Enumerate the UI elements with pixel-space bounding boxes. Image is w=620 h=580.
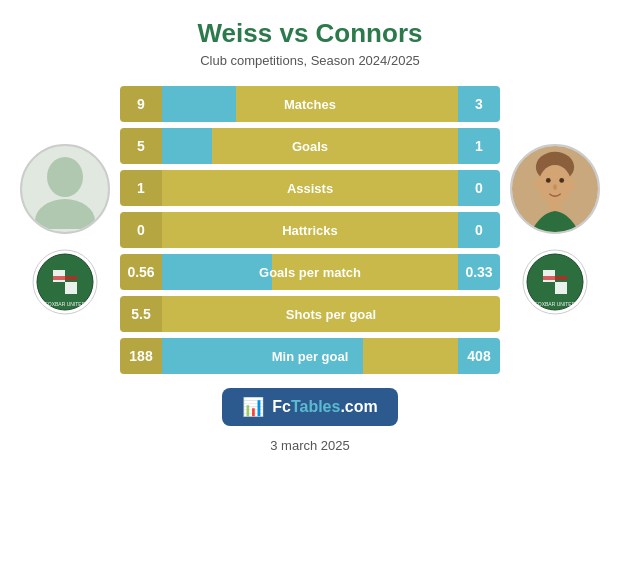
stat-bar-mpg: Min per goal bbox=[162, 338, 458, 374]
svg-rect-24 bbox=[543, 282, 555, 294]
stat-left-hattricks: 0 bbox=[120, 212, 162, 248]
stat-right-matches: 3 bbox=[458, 86, 500, 122]
svg-point-18 bbox=[567, 178, 575, 189]
team-badge-right-svg: FOXBAR UNITED bbox=[521, 248, 589, 316]
stat-label-gpm: Goals per match bbox=[259, 265, 361, 280]
stat-fill-matches bbox=[162, 86, 236, 122]
stat-right-goals: 1 bbox=[458, 128, 500, 164]
stat-bar-spg: Shots per goal bbox=[162, 296, 500, 332]
svg-rect-25 bbox=[555, 282, 567, 294]
stat-left-gpm: 0.56 bbox=[120, 254, 162, 290]
fctables-text: FcTables.com bbox=[272, 398, 378, 416]
stat-left-goals: 5 bbox=[120, 128, 162, 164]
page-subtitle: Club competitions, Season 2024/2025 bbox=[200, 53, 420, 68]
stat-bar-hattricks: Hattricks bbox=[162, 212, 458, 248]
stats-column: 9 Matches 3 5 Goals 1 1 Assist bbox=[120, 86, 500, 374]
stat-left-matches: 9 bbox=[120, 86, 162, 122]
svg-rect-27 bbox=[543, 276, 567, 280]
stat-row-goals: 5 Goals 1 bbox=[120, 128, 500, 164]
svg-rect-7 bbox=[65, 282, 77, 294]
svg-rect-6 bbox=[53, 282, 65, 294]
stat-label-spg: Shots per goal bbox=[286, 307, 376, 322]
svg-point-1 bbox=[35, 199, 95, 229]
stat-row-matches: 9 Matches 3 bbox=[120, 86, 500, 122]
stat-right-hattricks: 0 bbox=[458, 212, 500, 248]
player-left-silhouette bbox=[25, 149, 105, 229]
svg-text:FOXBAR UNITED: FOXBAR UNITED bbox=[535, 301, 576, 307]
stat-fill-gpm bbox=[162, 254, 272, 290]
player-right-face-svg bbox=[512, 144, 598, 234]
date-text: 3 march 2025 bbox=[270, 438, 350, 453]
stat-row-shots-per-goal: 5.5 Shots per goal bbox=[120, 296, 500, 332]
stat-bar-matches: Matches bbox=[162, 86, 458, 122]
stat-row-hattricks: 0 Hattricks 0 bbox=[120, 212, 500, 248]
left-column: FOXBAR UNITED bbox=[10, 144, 120, 316]
stat-right-assists: 0 bbox=[458, 170, 500, 206]
stat-row-min-per-goal: 188 Min per goal 408 bbox=[120, 338, 500, 374]
team-badge-right: FOXBAR UNITED bbox=[521, 248, 589, 316]
stat-bar-gpm: Goals per match bbox=[162, 254, 458, 290]
player-left-avatar bbox=[20, 144, 110, 234]
team-badge-left: FOXBAR UNITED bbox=[31, 248, 99, 316]
svg-point-17 bbox=[535, 178, 543, 189]
fctables-banner[interactable]: 📊 FcTables.com bbox=[222, 388, 398, 426]
stat-bar-goals: Goals bbox=[162, 128, 458, 164]
svg-point-0 bbox=[47, 157, 83, 197]
stat-label-goals: Goals bbox=[292, 139, 328, 154]
stat-label-matches: Matches bbox=[284, 97, 336, 112]
stat-right-gpm: 0.33 bbox=[458, 254, 500, 290]
right-column: FOXBAR UNITED bbox=[500, 144, 610, 316]
stat-label-mpg: Min per goal bbox=[272, 349, 349, 364]
stat-fill-goals bbox=[162, 128, 212, 164]
svg-point-14 bbox=[546, 178, 551, 183]
stat-row-assists: 1 Assists 0 bbox=[120, 170, 500, 206]
fctables-icon: 📊 bbox=[242, 396, 264, 418]
stat-bar-assists: Assists bbox=[162, 170, 458, 206]
page-container: Weiss vs Connors Club competitions, Seas… bbox=[0, 0, 620, 580]
player-right-avatar bbox=[510, 144, 600, 234]
stat-left-assists: 1 bbox=[120, 170, 162, 206]
stat-row-goals-per-match: 0.56 Goals per match 0.33 bbox=[120, 254, 500, 290]
svg-rect-9 bbox=[53, 276, 77, 280]
team-badge-left-svg: FOXBAR UNITED bbox=[31, 248, 99, 316]
stat-left-spg: 5.5 bbox=[120, 296, 162, 332]
main-content: FOXBAR UNITED 9 Matches 3 5 Goals bbox=[0, 86, 620, 374]
page-title: Weiss vs Connors bbox=[198, 18, 423, 49]
svg-point-16 bbox=[553, 184, 557, 190]
svg-point-15 bbox=[559, 178, 564, 183]
stat-left-mpg: 188 bbox=[120, 338, 162, 374]
stat-right-mpg: 408 bbox=[458, 338, 500, 374]
stat-label-hattricks: Hattricks bbox=[282, 223, 338, 238]
svg-text:FOXBAR UNITED: FOXBAR UNITED bbox=[45, 301, 86, 307]
stat-label-assists: Assists bbox=[287, 181, 333, 196]
